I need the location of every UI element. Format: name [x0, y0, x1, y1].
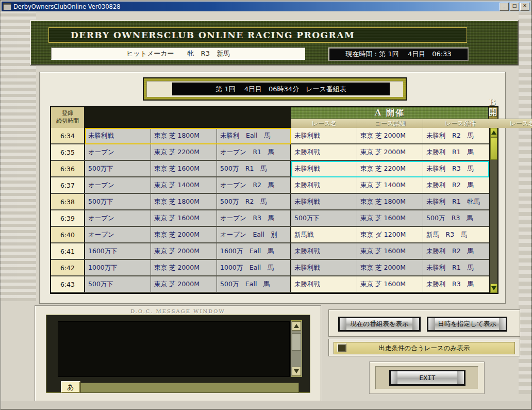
column-header-a-course-detail: コース詳細	[357, 119, 423, 128]
b-course-detail-cell: 東京 芝 2000M	[357, 260, 423, 276]
b-race-condition-cell: 新馬 R3 馬	[423, 227, 489, 243]
scroll-thumb[interactable]	[490, 137, 497, 160]
scroll-down-icon	[491, 286, 496, 290]
filter-panel: 出走条件の合うレースのみ表示	[328, 339, 520, 356]
a-race-name-cell: オープン	[85, 210, 151, 227]
b-course-detail-cell: 東京 芝 2200M	[357, 161, 423, 177]
b-race-condition-cell: 未勝利 R1 牝馬	[423, 194, 489, 210]
a-course-detail-cell: 東京 芝 1600M	[151, 210, 217, 227]
message-scroll-up-button[interactable]	[292, 321, 301, 331]
a-race-condition-cell: 未勝利 Eall 馬	[217, 128, 291, 144]
b-race-condition-cell: 未勝利 R2 馬	[423, 243, 489, 260]
display-buttons-panel: 現在の番組表を表示 日時を指定して表示	[328, 309, 520, 337]
a-course-detail-cell: 東京 芝 1400M	[151, 177, 217, 194]
b-race-name-cell: 新馬戦	[291, 227, 357, 243]
a-race-condition-cell: オープン R1 馬	[217, 144, 291, 161]
a-race-name-cell: オープン	[85, 144, 151, 161]
a-course-detail-cell: 東京 芝 2000M	[151, 227, 217, 243]
a-course-detail-cell: 東京 芝 2000M	[151, 260, 217, 276]
table-scrollbar[interactable]	[489, 128, 497, 293]
b-race-name-cell: 未勝利戦	[291, 194, 357, 210]
b-race-name-cell: 未勝利戦	[291, 276, 357, 293]
program-title: DERBY OWNERSCLUB ONLINE RACING PROGRAM	[48, 27, 467, 43]
deadline-time-cell: 6:40	[51, 227, 85, 243]
deadline-time-cell: 6:36	[51, 161, 85, 177]
b-race-name-cell: 500万下	[291, 210, 357, 227]
a-course-detail-cell: 東京 芝 1600M	[151, 161, 217, 177]
deadline-time-cell: 6:41	[51, 243, 85, 260]
maximize-button[interactable]: □	[510, 3, 519, 11]
message-input-bar[interactable]	[80, 383, 299, 393]
b-race-name-cell: 未勝利戦	[291, 243, 357, 260]
b-race-name-cell: 未勝利戦	[291, 260, 357, 276]
deadline-time-cell: 6:34	[51, 128, 85, 144]
table-row[interactable]: 6:34 未勝利戦 東京 芝 1800M 未勝利 Eall 馬 未勝利戦 東京 …	[51, 128, 497, 144]
a-race-name-cell: 未勝利戦	[85, 128, 151, 144]
minimize-button[interactable]: _	[500, 3, 509, 11]
column-header-b-race-name: レース名	[489, 119, 532, 128]
horse-info-bar: ヒットメーカー 牝 R3 新馬	[51, 47, 305, 60]
race-table-header: 登録 締切時間 A 開催 レース名 コース詳細 レース条件 B 開催 レース名 …	[51, 107, 497, 128]
app-icon	[3, 3, 11, 10]
deadline-time-cell: 6:43	[51, 276, 85, 293]
b-race-condition-cell: 未勝利 R2 馬	[423, 177, 489, 194]
table-row[interactable]: 6:36 500万下 東京 芝 1600M 500万 R1 馬 未勝利戦 東京 …	[51, 161, 497, 177]
column-header-a-race-name: レース名	[291, 119, 357, 128]
window-title: DerbyOwnersClubOnline Ver030828	[13, 3, 121, 10]
a-course-detail-cell: 東京 芝 2000M	[151, 276, 217, 293]
b-race-condition-cell: 未勝利 R2 馬	[423, 128, 489, 144]
b-race-name-cell: 未勝利戦	[291, 128, 357, 144]
a-race-condition-cell: オープン R3 馬	[217, 210, 291, 227]
show-by-datetime-button[interactable]: 日時を指定して表示	[427, 317, 507, 332]
message-scroll-down-button[interactable]	[292, 367, 301, 376]
deadline-time-cell: 6:39	[51, 210, 85, 227]
table-row[interactable]: 6:40 オープン 東京 芝 2000M オープン Eall 別 新馬戦 東京 …	[51, 227, 497, 243]
b-course-detail-cell: 東京 ダ 1200M	[357, 227, 423, 243]
table-row[interactable]: 6:37 オープン 東京 芝 1400M オープン R2 馬 未勝利戦 東京 芝…	[51, 177, 497, 194]
b-course-detail-cell: 東京 芝 2000M	[357, 144, 423, 161]
scroll-down-button[interactable]	[490, 284, 497, 293]
a-race-condition-cell: 1000万 Eall 馬	[217, 260, 291, 276]
table-row[interactable]: 6:41 1600万下 東京 芝 2000M 1600万 Eall 馬 未勝利戦…	[51, 243, 497, 260]
a-race-condition-cell: 1600万 Eall 馬	[217, 243, 291, 260]
b-course-detail-cell: 東京 芝 1600M	[357, 210, 423, 227]
race-table-body: 6:34 未勝利戦 東京 芝 1800M 未勝利 Eall 馬 未勝利戦 東京 …	[51, 128, 497, 293]
close-button[interactable]: ✕	[520, 3, 529, 11]
deadline-column-header: 登録 締切時間	[51, 107, 85, 128]
window-titlebar[interactable]: DerbyOwnersClubOnline Ver030828 _ □ ✕	[2, 2, 530, 11]
deadline-time-cell: 6:35	[51, 144, 85, 161]
b-course-detail-cell: 東京 芝 1400M	[357, 177, 423, 194]
message-scrollbar[interactable]	[291, 320, 302, 377]
filter-label: 出走条件の合うレースのみ表示	[334, 342, 515, 354]
header-panel: DERBY OWNERSCLUB ONLINE RACING PROGRAM ヒ…	[30, 20, 519, 65]
show-current-program-button[interactable]: 現在の番組表を表示	[338, 317, 421, 332]
a-race-name-cell: オープン	[85, 227, 151, 243]
ime-mode-button[interactable]: あ	[61, 381, 80, 393]
exit-plate: EXIT	[375, 366, 478, 389]
section-b-header: B 開催	[489, 107, 497, 119]
a-course-detail-cell: 東京 芝 1800M	[151, 128, 217, 144]
message-scroll-thumb[interactable]	[292, 333, 301, 351]
b-race-name-cell: 未勝利戦	[291, 144, 357, 161]
b-course-detail-cell: 東京 芝 1600M	[357, 243, 423, 260]
schedule-banner-inner: 第 1回 4日目 06時34分 レース番組表	[146, 81, 403, 97]
table-row[interactable]: 6:35 オープン 東京 芝 2200M オープン R1 馬 未勝利戦 東京 芝…	[51, 144, 497, 161]
exit-button[interactable]: EXIT	[389, 370, 466, 386]
table-row[interactable]: 6:39 オープン 東京 芝 1600M オープン R3 馬 500万下 東京 …	[51, 210, 497, 227]
column-header-a-race-condition: レース条件	[423, 119, 497, 128]
b-race-name-cell: 未勝利戦	[291, 177, 357, 194]
b-race-condition-cell: 未勝利 R1 馬	[423, 144, 489, 161]
a-race-condition-cell: オープン Eall 別	[217, 227, 291, 243]
table-row[interactable]: 6:43 500万下 東京 芝 2000M 500万 Eall 馬 未勝利戦 東…	[51, 276, 497, 293]
b-course-detail-cell: 東京 芝 2000M	[357, 128, 423, 144]
a-race-name-cell: 1600万下	[85, 243, 151, 260]
message-window-title: D.O.C. MESSAGE WINDOW	[35, 308, 321, 314]
scroll-up-icon	[491, 130, 496, 135]
table-row[interactable]: 6:38 500万下 東京 芝 1800M 500万 R2 馬 未勝利戦 東京 …	[51, 194, 497, 210]
a-race-condition-cell: 500万 R2 馬	[217, 194, 291, 210]
table-row[interactable]: 6:42 1000万下 東京 芝 2000M 1000万 Eall 馬 未勝利戦…	[51, 260, 497, 276]
a-race-condition-cell: オープン R2 馬	[217, 177, 291, 194]
filter-checkbox[interactable]	[337, 343, 346, 352]
deadline-time-cell: 6:38	[51, 194, 85, 210]
scroll-up-button[interactable]	[490, 128, 497, 137]
